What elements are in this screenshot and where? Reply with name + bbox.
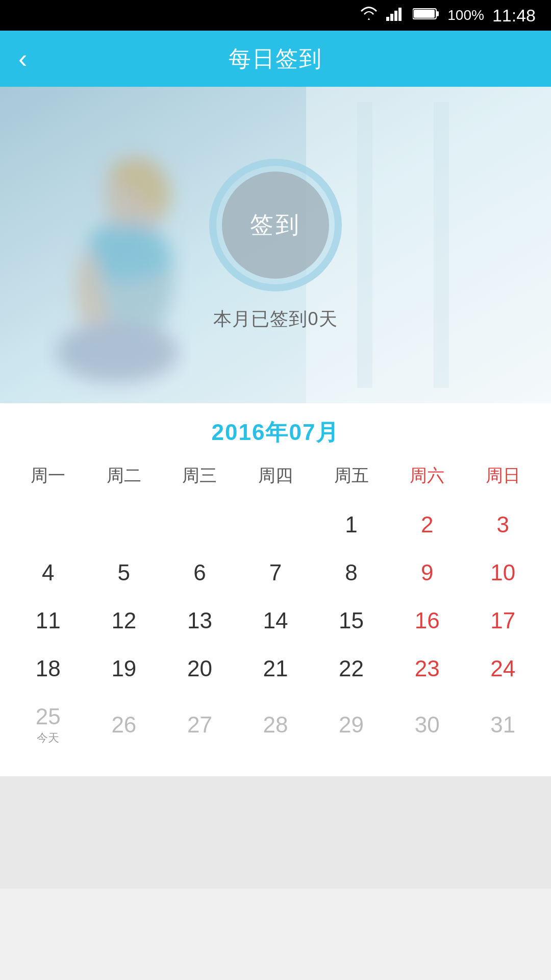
cal-day-3[interactable]: 3 (465, 500, 541, 548)
checkin-count-label: 本月已签到0天 (213, 307, 337, 332)
cal-cell-empty (238, 500, 314, 548)
cal-day-29[interactable]: 29 (313, 692, 389, 756)
cal-day-16[interactable]: 16 (389, 596, 465, 644)
weekday-fri: 周五 (313, 457, 389, 495)
cal-day-19[interactable]: 19 (86, 644, 162, 692)
cal-day-13[interactable]: 13 (162, 596, 238, 644)
cal-day-27[interactable]: 27 (162, 692, 238, 756)
svg-rect-13 (434, 102, 449, 388)
svg-rect-1 (390, 14, 393, 21)
svg-point-10 (56, 322, 179, 383)
weekday-thu: 周四 (238, 457, 314, 495)
cal-day-5[interactable]: 5 (86, 548, 162, 596)
cal-day-20[interactable]: 20 (162, 644, 238, 692)
weekday-sun: 周日 (465, 457, 541, 495)
time-display: 11:48 (492, 6, 536, 26)
cal-day-8[interactable]: 8 (313, 548, 389, 596)
svg-rect-2 (394, 11, 397, 21)
calendar-body: 1 2 3 4 5 6 7 8 9 10 11 12 13 14 15 16 1… (10, 500, 541, 756)
cal-day-26[interactable]: 26 (86, 692, 162, 756)
svg-rect-5 (436, 11, 439, 16)
cal-day-9[interactable]: 9 (389, 548, 465, 596)
cal-cell-empty (162, 500, 238, 548)
calendar-weekday-header: 周一 周二 周三 周四 周五 周六 周日 (10, 457, 541, 495)
calendar-month-title: 2016年07月 (0, 403, 551, 457)
svg-rect-12 (357, 102, 372, 388)
wifi-icon (360, 7, 378, 24)
weekday-wed: 周三 (162, 457, 238, 495)
cal-day-25-today[interactable]: 25 今天 (10, 692, 86, 756)
checkin-button-outer-ring: 签到 (209, 159, 342, 291)
weekday-sat: 周六 (389, 457, 465, 495)
svg-rect-11 (306, 87, 551, 403)
cal-day-15[interactable]: 15 (313, 596, 389, 644)
cal-cell-empty (10, 500, 86, 548)
cal-day-23[interactable]: 23 (389, 644, 465, 692)
cal-day-31[interactable]: 31 (465, 692, 541, 756)
cal-day-28[interactable]: 28 (238, 692, 314, 756)
status-bar: 100% 11:48 (0, 0, 551, 31)
cal-day-1[interactable]: 1 (313, 500, 389, 548)
checkin-button-label: 签到 (250, 209, 301, 241)
today-label: 今天 (37, 730, 59, 746)
cal-day-2[interactable]: 2 (389, 500, 465, 548)
cal-cell-empty (86, 500, 162, 548)
cal-day-14[interactable]: 14 (238, 596, 314, 644)
calendar-grid: 周一 周二 周三 周四 周五 周六 周日 1 2 3 4 5 6 7 8 9 1… (0, 457, 551, 756)
checkin-button-wrapper: 签到 (209, 159, 342, 291)
weekday-mon: 周一 (10, 457, 86, 495)
bottom-area (0, 776, 551, 889)
cal-day-24[interactable]: 24 (465, 644, 541, 692)
weekday-tue: 周二 (86, 457, 162, 495)
hero-section: 签到 本月已签到0天 (0, 87, 551, 403)
cal-day-7[interactable]: 7 (238, 548, 314, 596)
checkin-button[interactable]: 签到 (222, 172, 329, 279)
svg-rect-6 (414, 10, 435, 18)
battery-indicator (413, 7, 439, 24)
battery-percent: 100% (447, 7, 484, 23)
cal-day-11[interactable]: 11 (10, 596, 86, 644)
cal-day-22[interactable]: 22 (313, 644, 389, 692)
cal-day-4[interactable]: 4 (10, 548, 86, 596)
app-bar: ‹ 每日签到 (0, 31, 551, 87)
calendar-section: 2016年07月 周一 周二 周三 周四 周五 周六 周日 1 2 3 4 5 … (0, 403, 551, 776)
page-title: 每日签到 (229, 44, 322, 74)
cal-day-18[interactable]: 18 (10, 644, 86, 692)
cal-day-21[interactable]: 21 (238, 644, 314, 692)
signal-icon (386, 7, 405, 24)
back-button[interactable]: ‹ (18, 45, 27, 72)
cal-day-30[interactable]: 30 (389, 692, 465, 756)
cal-day-17[interactable]: 17 (465, 596, 541, 644)
svg-rect-3 (398, 8, 402, 21)
cal-day-10[interactable]: 10 (465, 548, 541, 596)
svg-rect-0 (386, 17, 389, 21)
cal-day-12[interactable]: 12 (86, 596, 162, 644)
cal-day-6[interactable]: 6 (162, 548, 238, 596)
